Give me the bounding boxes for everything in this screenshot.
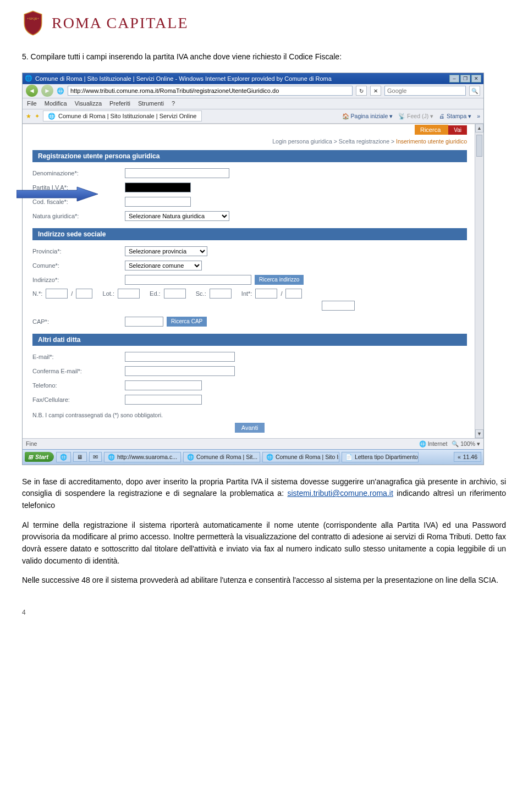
label-natura-giuridica: Natura giuridica*:: [32, 213, 125, 219]
task-1[interactable]: 🌐 http://www.suaroma.c...: [104, 452, 181, 462]
form-heading-3: Altri dati ditta: [32, 334, 467, 346]
ie-page-icon: 🌐: [57, 87, 64, 95]
status-bar: Fine 🌐 Internet 🔍 100% ▾: [23, 438, 483, 449]
minimize-button[interactable]: –: [449, 75, 459, 82]
home-dropdown[interactable]: 🏠 Pagina iniziale ▾: [342, 113, 393, 120]
input-n[interactable]: [46, 289, 68, 299]
svg-text:+SPQR+: +SPQR+: [27, 17, 39, 20]
label-n: N.*:: [32, 290, 42, 297]
back-button[interactable]: ◄: [26, 85, 38, 97]
input-extra[interactable]: [322, 301, 355, 311]
input-n2[interactable]: [76, 289, 92, 299]
input-ed[interactable]: [164, 289, 186, 299]
input-partita-iva[interactable]: [125, 183, 191, 192]
select-provincia[interactable]: Selezionare provincia: [125, 246, 207, 256]
windows-logo-icon: ⊞: [28, 454, 33, 460]
feed-dropdown[interactable]: 📡 Feed (J) ▾: [398, 113, 433, 120]
crumb-2[interactable]: Scelta registrazione: [339, 138, 389, 145]
vertical-scrollbar[interactable]: ▲ ▼: [475, 124, 483, 438]
page-number: 4: [22, 609, 506, 616]
browser-viewport: Ricerca Vai Login persona giuridica > Sc…: [23, 124, 483, 438]
tab-bar: ★ ✦ 🌐 Comune di Roma | Sito Istituzional…: [23, 109, 483, 124]
close-button[interactable]: ✕: [471, 75, 481, 82]
menu-bar: File Modifica Visualizza Preferiti Strum…: [23, 98, 483, 109]
scroll-up-button[interactable]: ▲: [475, 124, 483, 132]
clock: 11.46: [463, 454, 477, 460]
maximize-button[interactable]: ❐: [460, 75, 470, 82]
brand-header: +SPQR+ ROMA CAPITALE: [22, 10, 506, 36]
quick-launch-outlook[interactable]: ✉: [89, 452, 102, 462]
label-fax: Fax/Cellulare:: [32, 396, 125, 403]
btn-avanti[interactable]: Avanti: [235, 423, 265, 433]
menu-favorites[interactable]: Preferiti: [109, 100, 130, 107]
tab-favicon: 🌐: [48, 113, 56, 120]
forward-button[interactable]: ►: [41, 85, 53, 97]
label-cap: CAP*:: [32, 318, 125, 325]
status-left: Fine: [26, 440, 37, 447]
start-button[interactable]: ⊞ Start: [25, 452, 54, 462]
browser-tab[interactable]: 🌐 Comune di Roma | Sito Istituzionale | …: [43, 111, 202, 121]
task-4[interactable]: 📄 Lettera tipo Dipartimento...: [342, 452, 419, 462]
zoom-control[interactable]: 🔍 100% ▾: [452, 440, 480, 448]
input-lot[interactable]: [118, 289, 140, 299]
crumb-1[interactable]: Login persona giuridica: [272, 138, 332, 145]
select-natura-giuridica[interactable]: Selezionare Natura giuridica: [125, 211, 229, 221]
search-go-button[interactable]: 🔍: [469, 86, 480, 96]
label-indirizzo: Indirizzo*:: [32, 277, 125, 283]
input-cod-fiscale[interactable]: [125, 197, 191, 207]
window-title: Comune di Roma | Sito Istituzionale | Se…: [35, 75, 332, 82]
site-search-strip: Ricerca Vai: [23, 124, 475, 136]
address-bar[interactable]: [68, 86, 353, 96]
required-note: N.B. I campi contrassegnati da (*) sono …: [32, 412, 467, 418]
quick-launch-desktop[interactable]: 🖥: [73, 452, 87, 462]
fav-center-icon[interactable]: ✦: [35, 113, 40, 120]
email-link[interactable]: sistemi.tributi@comune.roma.it: [287, 489, 393, 498]
input-int2[interactable]: [285, 289, 302, 299]
input-email[interactable]: [125, 352, 235, 362]
scroll-track[interactable]: [475, 132, 483, 429]
task-2[interactable]: 🌐 Comune di Roma | Sit...: [183, 452, 260, 462]
paragraph-3: Nelle successive 48 ore il sistema provv…: [22, 575, 506, 587]
print-dropdown[interactable]: 🖨 Stampa ▾: [439, 113, 471, 119]
stop-button[interactable]: ✕: [370, 86, 381, 96]
menu-edit[interactable]: Modifica: [45, 100, 67, 107]
label-provincia: Provincia*:: [32, 248, 125, 255]
label-telefono: Telefono:: [32, 382, 125, 389]
select-comune[interactable]: Selezionare comune: [125, 261, 202, 270]
search-box[interactable]: [384, 86, 466, 96]
input-fax[interactable]: [125, 395, 202, 405]
input-conferma-email[interactable]: [125, 366, 235, 376]
paragraph-2: Al termine della registrazione il sistem…: [22, 520, 506, 567]
scroll-thumb[interactable]: [476, 135, 482, 157]
input-sc[interactable]: [210, 289, 232, 299]
quick-launch-ie[interactable]: 🌐: [56, 452, 71, 462]
input-indirizzo[interactable]: [125, 275, 251, 285]
section-title: 5. Compilare tutti i campi inserendo la …: [22, 52, 506, 63]
svg-marker-1: [16, 187, 98, 201]
input-cap[interactable]: [125, 317, 163, 327]
menu-tools[interactable]: Strumenti: [138, 100, 164, 107]
menu-file[interactable]: File: [27, 100, 37, 107]
window-titlebar: 🌐 Comune di Roma | Sito Istituzionale | …: [23, 73, 483, 84]
callout-arrow: [16, 186, 99, 202]
label-lot: Lot.:: [103, 290, 114, 297]
vai-button[interactable]: Vai: [448, 125, 467, 135]
label-conferma-email: Conferma E-mail*:: [32, 368, 125, 374]
menu-view[interactable]: Visualizza: [75, 100, 102, 107]
form-heading-1: Registrazione utente persona giuridica: [32, 150, 467, 162]
input-telefono[interactable]: [125, 380, 202, 390]
roma-capitale-logo: +SPQR+: [22, 10, 44, 36]
system-tray[interactable]: « 11.46: [454, 452, 481, 462]
paragraph-1: Se in fase di accreditamento, dopo aver …: [22, 476, 506, 512]
tools-chevron[interactable]: »: [477, 113, 480, 119]
refresh-button[interactable]: ↻: [356, 86, 367, 96]
input-denominazione[interactable]: [125, 168, 229, 178]
btn-ricerca-cap[interactable]: Ricerca CAP: [167, 317, 207, 327]
task-3[interactable]: 🌐 Comune di Roma | Sito Is...: [262, 452, 339, 462]
input-int[interactable]: [255, 289, 277, 299]
label-email: E-mail*:: [32, 353, 125, 360]
menu-help[interactable]: ?: [172, 100, 175, 107]
scroll-down-button[interactable]: ▼: [475, 429, 483, 438]
btn-ricerca-indirizzo[interactable]: Ricerca indirizzo: [255, 275, 304, 285]
fav-add-icon[interactable]: ★: [26, 113, 31, 120]
